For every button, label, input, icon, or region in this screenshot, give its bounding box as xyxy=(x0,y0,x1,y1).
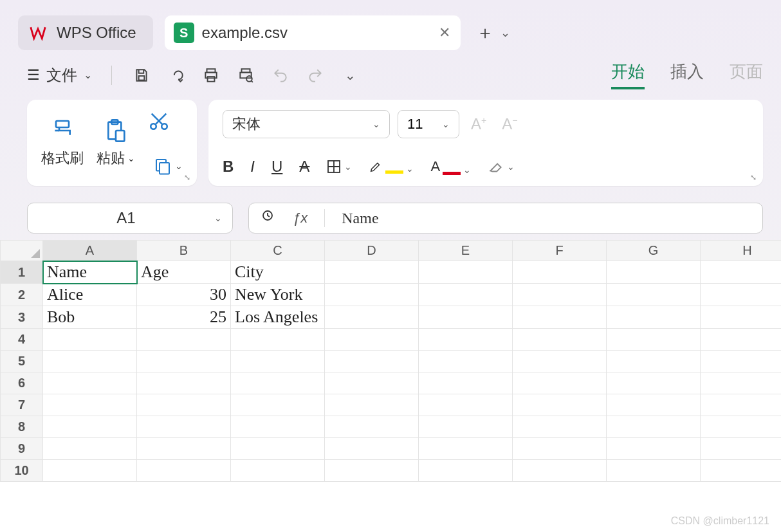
cell[interactable] xyxy=(419,261,513,284)
cell[interactable] xyxy=(701,261,782,284)
ribbon-tab-insert[interactable]: 插入 xyxy=(670,60,704,89)
cell[interactable] xyxy=(137,329,231,351)
cell[interactable] xyxy=(325,460,419,482)
cell[interactable] xyxy=(231,416,325,438)
strikethrough-button[interactable]: A xyxy=(299,158,309,176)
italic-button[interactable]: I xyxy=(250,158,255,176)
cell[interactable] xyxy=(43,394,137,416)
cell[interactable] xyxy=(325,306,419,329)
cell[interactable] xyxy=(325,394,419,416)
highlight-color-button[interactable]: ⌄ xyxy=(369,160,414,174)
cell[interactable] xyxy=(513,394,607,416)
spreadsheet[interactable]: ABCDEFGH1NameAgeCity2Alice30New York3Bob… xyxy=(0,240,781,532)
cell[interactable]: Los Angeles xyxy=(231,306,325,329)
print-preview-button[interactable] xyxy=(235,65,256,86)
bold-button[interactable]: B xyxy=(223,158,234,176)
cell[interactable]: 30 xyxy=(137,284,231,306)
new-tab-button[interactable]: ＋ xyxy=(476,21,494,45)
cell[interactable] xyxy=(701,460,782,482)
cell[interactable] xyxy=(325,261,419,284)
font-color-button[interactable]: A ⌄ xyxy=(430,158,471,175)
cell[interactable] xyxy=(43,460,137,482)
font-family-select[interactable]: 宋体 ⌄ xyxy=(223,110,390,138)
column-header[interactable]: G xyxy=(607,241,701,261)
cell[interactable] xyxy=(607,329,701,351)
cell[interactable] xyxy=(137,351,231,372)
save-button[interactable] xyxy=(131,65,152,86)
cell[interactable] xyxy=(137,460,231,482)
row-header[interactable]: 10 xyxy=(1,460,43,482)
column-header[interactable]: D xyxy=(325,241,419,261)
column-header[interactable]: A xyxy=(43,241,137,261)
ribbon-tab-start[interactable]: 开始 xyxy=(611,60,645,89)
cell[interactable] xyxy=(513,351,607,372)
cell[interactable] xyxy=(701,351,782,372)
cell[interactable] xyxy=(325,372,419,394)
cell[interactable] xyxy=(419,351,513,372)
redo-button[interactable] xyxy=(305,65,326,86)
document-tab[interactable]: S example.csv ✕ xyxy=(165,15,461,50)
cell[interactable] xyxy=(607,438,701,460)
cell[interactable] xyxy=(419,306,513,329)
cell[interactable] xyxy=(43,372,137,394)
column-header[interactable]: H xyxy=(701,241,782,261)
cell[interactable]: Alice xyxy=(43,284,137,306)
cell[interactable]: Age xyxy=(137,261,231,284)
cell[interactable]: Name xyxy=(43,261,137,284)
cell[interactable] xyxy=(231,372,325,394)
row-header[interactable]: 9 xyxy=(1,438,43,460)
cell[interactable]: New York xyxy=(231,284,325,306)
borders-button[interactable]: ⌄ xyxy=(326,159,352,174)
row-header[interactable]: 3 xyxy=(1,306,43,329)
cell[interactable] xyxy=(607,394,701,416)
name-box[interactable]: A1 ⌄ xyxy=(27,203,233,234)
cell[interactable] xyxy=(513,416,607,438)
cell[interactable] xyxy=(513,329,607,351)
cell[interactable] xyxy=(419,438,513,460)
cell[interactable] xyxy=(43,351,137,372)
cell[interactable]: City xyxy=(231,261,325,284)
cell[interactable] xyxy=(701,438,782,460)
cell[interactable] xyxy=(325,329,419,351)
format-painter-button[interactable]: 格式刷 xyxy=(41,118,84,168)
cell[interactable] xyxy=(231,329,325,351)
cell[interactable] xyxy=(43,416,137,438)
eraser-button[interactable]: ⌄ xyxy=(488,158,515,175)
cell[interactable] xyxy=(513,372,607,394)
cell[interactable] xyxy=(419,284,513,306)
cell[interactable] xyxy=(419,416,513,438)
cell[interactable] xyxy=(701,394,782,416)
cell[interactable] xyxy=(137,372,231,394)
column-header[interactable]: E xyxy=(419,241,513,261)
decrease-font-size-button[interactable]: A− xyxy=(498,115,521,133)
cut-button[interactable] xyxy=(148,110,170,132)
undo-button[interactable] xyxy=(270,65,291,86)
cell[interactable] xyxy=(419,460,513,482)
ribbon-tab-page[interactable]: 页面 xyxy=(730,60,763,89)
row-header[interactable]: 5 xyxy=(1,351,43,372)
cell[interactable] xyxy=(137,416,231,438)
cell[interactable] xyxy=(419,394,513,416)
trace-icon[interactable] xyxy=(261,208,276,228)
quick-access-more[interactable]: ⌄ xyxy=(340,65,360,86)
cell[interactable] xyxy=(43,329,137,351)
column-header[interactable]: C xyxy=(231,241,325,261)
cell[interactable] xyxy=(513,284,607,306)
column-header[interactable]: B xyxy=(137,241,231,261)
cell[interactable] xyxy=(701,372,782,394)
cell[interactable] xyxy=(607,372,701,394)
cell[interactable] xyxy=(513,261,607,284)
cell[interactable] xyxy=(325,438,419,460)
row-header[interactable]: 4 xyxy=(1,329,43,351)
cell[interactable] xyxy=(325,284,419,306)
cell[interactable] xyxy=(513,306,607,329)
group-launcher-font[interactable]: ⤡ xyxy=(750,173,757,182)
paste-button[interactable]: 粘贴⌄ xyxy=(96,118,135,168)
cell[interactable] xyxy=(231,394,325,416)
cell[interactable] xyxy=(607,284,701,306)
cell[interactable] xyxy=(137,394,231,416)
cell[interactable] xyxy=(137,438,231,460)
share-button[interactable] xyxy=(166,65,187,86)
cell[interactable] xyxy=(701,284,782,306)
cell[interactable] xyxy=(231,438,325,460)
